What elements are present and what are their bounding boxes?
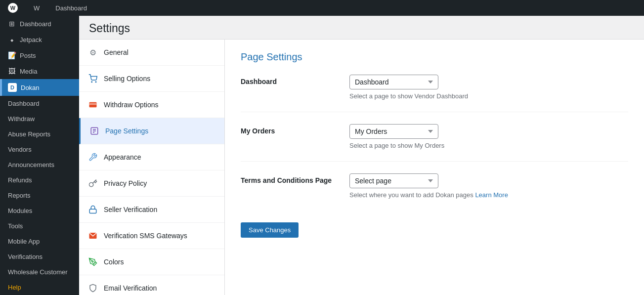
admin-bar: W W Dashboard	[0, 0, 644, 16]
dashboard-field-label: Dashboard	[241, 75, 349, 85]
sidebar-sub-reports-label: Reports	[8, 192, 31, 199]
privacy-icon	[87, 177, 99, 189]
media-icon: 🖼	[8, 67, 16, 75]
my-orders-select[interactable]: My Orders Dashboard Select page	[349, 124, 438, 139]
settings-nav-verification-sms[interactable]: Verification SMS Gateways	[79, 223, 224, 249]
form-row-dashboard: Dashboard Dashboard My Orders Select pag…	[241, 75, 628, 112]
settings-nav-withdraw-options[interactable]: Withdraw Options	[79, 92, 224, 118]
settings-nav-page-settings[interactable]: Page Settings	[79, 118, 224, 144]
sidebar-sub-refunds[interactable]: Refunds	[0, 172, 79, 188]
sidebar-sub-withdraw[interactable]: Withdraw	[0, 111, 79, 126]
main-content: Settings ⚙ General Selling Options Withd…	[79, 16, 644, 295]
sidebar-item-dashboard[interactable]: ⊞ Dashboard	[0, 16, 79, 32]
appearance-icon	[87, 151, 99, 163]
sidebar-sub-abuse-reports[interactable]: Abuse Reports	[0, 126, 79, 142]
content-area: ⚙ General Selling Options Withdraw Optio…	[79, 40, 644, 295]
my-orders-field-control: My Orders Dashboard Select page Select a…	[349, 124, 628, 149]
sidebar-sub-modules[interactable]: Modules	[0, 203, 79, 218]
settings-nav-selling-options[interactable]: Selling Options	[79, 66, 224, 92]
settings-nav-colors-label: Colors	[104, 258, 124, 266]
sidebar-item-posts[interactable]: 📝 Posts	[0, 47, 79, 63]
my-orders-field-hint: Select a page to show My Orders	[349, 142, 628, 149]
page-header: Settings	[79, 16, 644, 40]
settings-nav-privacy-policy[interactable]: Privacy Policy	[79, 170, 224, 197]
admin-bar-wp-logo[interactable]: W	[4, 0, 22, 16]
sidebar-sub-announcements[interactable]: Announcements	[0, 157, 79, 172]
sidebar-sub-wholesale-label: Wholesale Customer	[8, 268, 68, 276]
settings-nav-privacy-policy-label: Privacy Policy	[104, 179, 147, 187]
sidebar-item-media[interactable]: 🖼 Media	[0, 63, 79, 79]
settings-nav-page-settings-label: Page Settings	[105, 127, 148, 135]
svg-point-1	[95, 82, 96, 83]
dokan-icon: D	[8, 83, 17, 92]
dashboard-select[interactable]: Dashboard My Orders Select page	[349, 75, 438, 89]
sidebar-sub-dashboard[interactable]: Dashboard	[0, 96, 79, 111]
colors-icon	[87, 256, 99, 268]
terms-select[interactable]: Select page Dashboard My Orders	[349, 173, 438, 188]
page-settings-icon	[88, 125, 100, 137]
wp-logo-icon: W	[8, 3, 18, 13]
terms-field-label: Terms and Conditions Page	[241, 173, 349, 184]
settings-content: Page Settings Dashboard Dashboard My Ord…	[225, 40, 644, 295]
posts-icon: 📝	[8, 51, 16, 59]
settings-nav-seller-verification[interactable]: Seller Verification	[79, 197, 224, 223]
dashboard-field-hint: Select a page to show Vendor Dashboard	[349, 92, 628, 100]
terms-field-hint-text: Select where you want to add Dokan pages	[349, 191, 475, 199]
sidebar-sub-mobile-app-label: Mobile App	[8, 238, 40, 245]
sidebar-sub-refunds-label: Refunds	[8, 176, 32, 184]
sidebar-sub-verifications[interactable]: Verifications	[0, 249, 79, 264]
form-row-terms: Terms and Conditions Page Select page Da…	[241, 173, 628, 211]
sidebar-sub-wholesale[interactable]: Wholesale Customer	[0, 264, 79, 280]
sidebar-item-dokan[interactable]: D Dokan	[0, 79, 79, 96]
sidebar-sub-help-label: Help	[8, 284, 21, 291]
admin-bar-jetpack[interactable]: Dashboard	[51, 0, 91, 16]
sidebar-item-jetpack-label: Jetpack	[20, 36, 42, 43]
terms-field-hint: Select where you want to add Dokan pages…	[349, 191, 628, 199]
settings-nav-general-label: General	[104, 48, 129, 56]
settings-nav-colors[interactable]: Colors	[79, 249, 224, 275]
form-actions: Save Changes	[241, 222, 628, 238]
sidebar-sub-withdraw-label: Withdraw	[8, 115, 35, 123]
seller-verification-icon	[87, 204, 99, 215]
settings-nav-appearance-label: Appearance	[104, 153, 141, 161]
gear-icon: ⚙	[87, 46, 99, 58]
settings-nav-withdraw-options-label: Withdraw Options	[104, 101, 158, 109]
dashboard-icon: ⊞	[8, 20, 16, 28]
settings-nav-general[interactable]: ⚙ General	[79, 40, 224, 66]
sidebar-item-dashboard-label: Dashboard	[20, 20, 51, 28]
email-verification-icon	[87, 282, 99, 294]
withdraw-icon	[87, 99, 99, 111]
sidebar-item-posts-label: Posts	[20, 52, 36, 59]
my-orders-field-label: My Orders	[241, 124, 349, 135]
sidebar-sub-abuse-reports-label: Abuse Reports	[8, 130, 50, 138]
settings-nav-verification-sms-label: Verification SMS Gateways	[104, 232, 187, 240]
sidebar-item-media-label: Media	[20, 68, 37, 75]
learn-more-link[interactable]: Learn More	[475, 191, 508, 199]
sidebar-item-dokan-label: Dokan	[21, 84, 40, 91]
admin-bar-dashboard[interactable]: W	[30, 0, 43, 16]
sidebar-sub-vendors[interactable]: Vendors	[0, 142, 79, 157]
svg-rect-2	[89, 102, 97, 108]
admin-bar-jetpack-label: Dashboard	[55, 4, 87, 12]
save-changes-button[interactable]: Save Changes	[241, 222, 299, 238]
settings-nav-email-verification[interactable]: Email Verification	[79, 275, 224, 295]
admin-bar-dashboard-label: W	[34, 4, 40, 12]
sidebar-sub-help[interactable]: Help	[0, 280, 79, 295]
settings-nav-selling-options-label: Selling Options	[104, 75, 150, 83]
settings-nav-seller-verification-label: Seller Verification	[104, 206, 157, 213]
form-row-my-orders: My Orders My Orders Dashboard Select pag…	[241, 124, 628, 162]
sidebar: ⊞ Dashboard ⬥ Jetpack 📝 Posts 🖼 Media D …	[0, 16, 79, 295]
sidebar-item-jetpack[interactable]: ⬥ Jetpack	[0, 32, 79, 47]
sidebar-sub-verifications-label: Verifications	[8, 253, 43, 260]
settings-section-title: Page Settings	[241, 51, 628, 63]
settings-nav-appearance[interactable]: Appearance	[79, 144, 224, 170]
dashboard-field-control: Dashboard My Orders Select page Select a…	[349, 75, 628, 100]
svg-rect-8	[89, 209, 96, 213]
sidebar-sub-mobile-app[interactable]: Mobile App	[0, 234, 79, 249]
settings-nav: ⚙ General Selling Options Withdraw Optio…	[79, 40, 225, 295]
terms-field-control: Select page Dashboard My Orders Select w…	[349, 173, 628, 199]
svg-point-10	[92, 261, 93, 262]
sidebar-sub-tools[interactable]: Tools	[0, 218, 79, 234]
sidebar-sub-reports[interactable]: Reports	[0, 188, 79, 203]
sidebar-sub-modules-label: Modules	[8, 207, 32, 214]
